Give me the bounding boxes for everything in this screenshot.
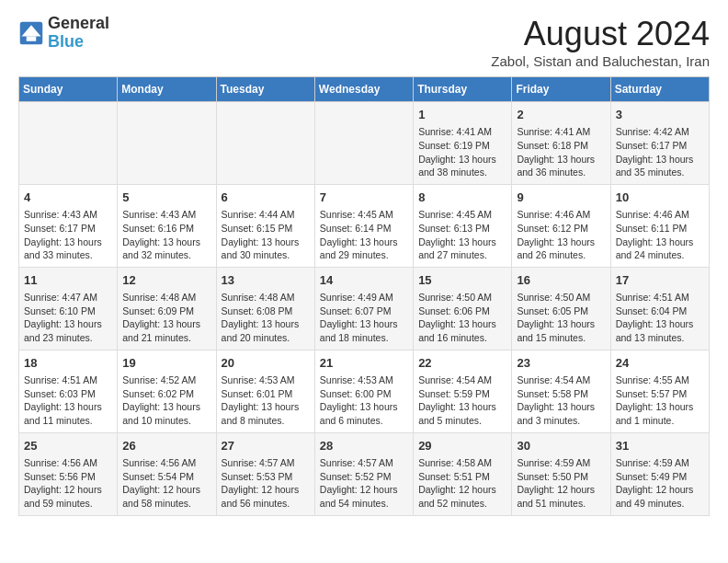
- calendar-cell: 17Sunrise: 4:51 AM Sunset: 6:04 PM Dayli…: [610, 267, 709, 350]
- week-row-4: 18Sunrise: 4:51 AM Sunset: 6:03 PM Dayli…: [19, 350, 710, 432]
- day-number: 2: [517, 107, 605, 123]
- day-number: 16: [517, 272, 605, 289]
- calendar-cell: 31Sunrise: 4:59 AM Sunset: 5:49 PM Dayli…: [610, 432, 709, 515]
- day-number: 6: [222, 190, 310, 206]
- day-number: 24: [616, 355, 704, 372]
- calendar-cell: 6Sunrise: 4:44 AM Sunset: 6:15 PM Daylig…: [216, 184, 314, 267]
- day-number: 17: [616, 272, 704, 289]
- weekday-header-row: SundayMondayTuesdayWednesdayThursdayFrid…: [19, 77, 710, 102]
- day-number: 3: [616, 107, 704, 123]
- calendar-cell: 19Sunrise: 4:52 AM Sunset: 6:02 PM Dayli…: [118, 350, 216, 432]
- day-number: 18: [24, 355, 112, 372]
- day-number: 14: [320, 272, 408, 289]
- day-info: Sunrise: 4:43 AM Sunset: 6:17 PM Dayligh…: [24, 209, 102, 260]
- calendar-cell: 28Sunrise: 4:57 AM Sunset: 5:52 PM Dayli…: [314, 432, 413, 515]
- calendar-cell: 9Sunrise: 4:46 AM Sunset: 6:12 PM Daylig…: [512, 184, 610, 267]
- day-number: 5: [122, 190, 210, 206]
- calendar-cell: 24Sunrise: 4:55 AM Sunset: 5:57 PM Dayli…: [610, 350, 709, 432]
- weekday-header-tuesday: Tuesday: [216, 77, 314, 102]
- day-info: Sunrise: 4:59 AM Sunset: 5:49 PM Dayligh…: [616, 457, 694, 509]
- day-info: Sunrise: 4:54 AM Sunset: 5:58 PM Dayligh…: [517, 374, 595, 426]
- weekday-header-sunday: Sunday: [19, 77, 118, 102]
- weekday-header-saturday: Saturday: [610, 77, 709, 102]
- day-number: 20: [222, 355, 310, 372]
- day-number: 12: [122, 272, 210, 289]
- day-number: 9: [517, 190, 605, 206]
- calendar-cell: 2Sunrise: 4:41 AM Sunset: 6:18 PM Daylig…: [512, 102, 610, 185]
- day-info: Sunrise: 4:56 AM Sunset: 5:54 PM Dayligh…: [122, 457, 200, 509]
- day-info: Sunrise: 4:50 AM Sunset: 6:06 PM Dayligh…: [418, 292, 496, 343]
- logo-icon: [18, 20, 44, 46]
- day-info: Sunrise: 4:43 AM Sunset: 6:16 PM Dayligh…: [122, 209, 200, 260]
- day-number: 28: [320, 438, 408, 454]
- day-number: 7: [320, 190, 408, 206]
- week-row-2: 4Sunrise: 4:43 AM Sunset: 6:17 PM Daylig…: [19, 184, 710, 267]
- day-number: 19: [122, 355, 210, 372]
- calendar-cell: 15Sunrise: 4:50 AM Sunset: 6:06 PM Dayli…: [414, 267, 512, 350]
- title-area: August 2024 Zabol, Sistan and Baluchesta…: [491, 15, 710, 69]
- calendar-cell: [314, 102, 413, 185]
- day-info: Sunrise: 4:51 AM Sunset: 6:03 PM Dayligh…: [24, 374, 102, 426]
- day-info: Sunrise: 4:53 AM Sunset: 6:01 PM Dayligh…: [222, 374, 300, 426]
- calendar-cell: 25Sunrise: 4:56 AM Sunset: 5:56 PM Dayli…: [19, 432, 118, 515]
- day-info: Sunrise: 4:47 AM Sunset: 6:10 PM Dayligh…: [24, 292, 102, 343]
- calendar-cell: 12Sunrise: 4:48 AM Sunset: 6:09 PM Dayli…: [118, 267, 216, 350]
- calendar-cell: 11Sunrise: 4:47 AM Sunset: 6:10 PM Dayli…: [19, 267, 118, 350]
- weekday-header-thursday: Thursday: [414, 77, 512, 102]
- day-number: 11: [24, 272, 112, 289]
- day-number: 26: [122, 438, 210, 454]
- day-info: Sunrise: 4:57 AM Sunset: 5:53 PM Dayligh…: [222, 457, 300, 509]
- logo-text: General Blue: [48, 15, 109, 52]
- day-number: 30: [517, 438, 605, 454]
- calendar-cell: 30Sunrise: 4:59 AM Sunset: 5:50 PM Dayli…: [512, 432, 610, 515]
- calendar-cell: 21Sunrise: 4:53 AM Sunset: 6:00 PM Dayli…: [314, 350, 413, 432]
- calendar-cell: 8Sunrise: 4:45 AM Sunset: 6:13 PM Daylig…: [414, 184, 512, 267]
- day-info: Sunrise: 4:49 AM Sunset: 6:07 PM Dayligh…: [320, 292, 398, 343]
- logo: General Blue: [18, 15, 109, 52]
- subtitle: Zabol, Sistan and Baluchestan, Iran: [491, 53, 710, 69]
- calendar-cell: [118, 102, 216, 185]
- calendar-cell: 13Sunrise: 4:48 AM Sunset: 6:08 PM Dayli…: [216, 267, 314, 350]
- day-info: Sunrise: 4:58 AM Sunset: 5:51 PM Dayligh…: [418, 457, 496, 509]
- calendar-cell: 20Sunrise: 4:53 AM Sunset: 6:01 PM Dayli…: [216, 350, 314, 432]
- day-info: Sunrise: 4:51 AM Sunset: 6:04 PM Dayligh…: [616, 292, 694, 343]
- day-number: 4: [24, 190, 112, 206]
- day-number: 31: [616, 438, 704, 454]
- day-info: Sunrise: 4:45 AM Sunset: 6:13 PM Dayligh…: [418, 209, 496, 260]
- day-info: Sunrise: 4:53 AM Sunset: 6:00 PM Dayligh…: [320, 374, 398, 426]
- day-info: Sunrise: 4:55 AM Sunset: 5:57 PM Dayligh…: [616, 374, 694, 426]
- day-info: Sunrise: 4:48 AM Sunset: 6:09 PM Dayligh…: [122, 292, 200, 343]
- day-number: 21: [320, 355, 408, 372]
- day-info: Sunrise: 4:41 AM Sunset: 6:19 PM Dayligh…: [418, 126, 496, 178]
- weekday-header-wednesday: Wednesday: [314, 77, 413, 102]
- week-row-1: 1Sunrise: 4:41 AM Sunset: 6:19 PM Daylig…: [19, 102, 710, 185]
- week-row-5: 25Sunrise: 4:56 AM Sunset: 5:56 PM Dayli…: [19, 432, 710, 515]
- day-info: Sunrise: 4:57 AM Sunset: 5:52 PM Dayligh…: [320, 457, 398, 509]
- day-info: Sunrise: 4:56 AM Sunset: 5:56 PM Dayligh…: [24, 457, 102, 509]
- day-info: Sunrise: 4:54 AM Sunset: 5:59 PM Dayligh…: [418, 374, 496, 426]
- calendar-cell: 14Sunrise: 4:49 AM Sunset: 6:07 PM Dayli…: [314, 267, 413, 350]
- calendar-cell: 7Sunrise: 4:45 AM Sunset: 6:14 PM Daylig…: [314, 184, 413, 267]
- day-info: Sunrise: 4:50 AM Sunset: 6:05 PM Dayligh…: [517, 292, 595, 343]
- day-number: 1: [418, 107, 506, 123]
- day-number: 25: [24, 438, 112, 454]
- day-number: 23: [517, 355, 605, 372]
- calendar-cell: 27Sunrise: 4:57 AM Sunset: 5:53 PM Dayli…: [216, 432, 314, 515]
- day-info: Sunrise: 4:41 AM Sunset: 6:18 PM Dayligh…: [517, 126, 595, 178]
- calendar-cell: 10Sunrise: 4:46 AM Sunset: 6:11 PM Dayli…: [610, 184, 709, 267]
- day-number: 15: [418, 272, 506, 289]
- weekday-header-monday: Monday: [118, 77, 216, 102]
- calendar-cell: 4Sunrise: 4:43 AM Sunset: 6:17 PM Daylig…: [19, 184, 118, 267]
- day-number: 10: [616, 190, 704, 206]
- calendar-cell: 23Sunrise: 4:54 AM Sunset: 5:58 PM Dayli…: [512, 350, 610, 432]
- main-title: August 2024: [491, 15, 710, 53]
- calendar-cell: 26Sunrise: 4:56 AM Sunset: 5:54 PM Dayli…: [118, 432, 216, 515]
- day-number: 8: [418, 190, 506, 206]
- calendar-cell: 3Sunrise: 4:42 AM Sunset: 6:17 PM Daylig…: [610, 102, 709, 185]
- day-number: 13: [222, 272, 310, 289]
- day-number: 27: [222, 438, 310, 454]
- calendar-cell: 18Sunrise: 4:51 AM Sunset: 6:03 PM Dayli…: [19, 350, 118, 432]
- calendar-cell: 5Sunrise: 4:43 AM Sunset: 6:16 PM Daylig…: [118, 184, 216, 267]
- calendar-cell: [216, 102, 314, 185]
- calendar-table: SundayMondayTuesdayWednesdayThursdayFrid…: [18, 76, 710, 516]
